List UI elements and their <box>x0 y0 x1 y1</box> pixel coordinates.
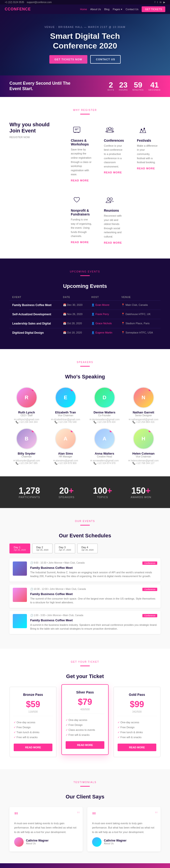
minutes-label: MINUTES <box>132 89 144 91</box>
schedule-items: 🕐 9:00 - 10:30 • John Monroe • Main Club… <box>9 558 161 634</box>
speaker-share-badge[interactable]: ↗ <box>71 429 75 432</box>
topics-number: 100+ <box>93 486 112 496</box>
speaker-avatar: D ↗ <box>94 387 115 408</box>
festivals-readmore[interactable]: READ MORE <box>137 167 155 170</box>
ticket-readmore-button[interactable]: READ MORE <box>117 744 156 751</box>
event-date: 📅 Nov 26, 2020 <box>63 313 82 315</box>
feature-classes: Classes & Workshops Save time by accepti… <box>68 122 95 184</box>
speaker-share-badge[interactable]: ↗ <box>32 388 36 391</box>
col-host: HOST <box>89 294 118 301</box>
conferences-desc: Confece is your best conference to a pro… <box>104 144 125 169</box>
speaker-email: ✉ annawalters@gmail.com <box>88 459 122 462</box>
quote-close: " <box>77 810 80 818</box>
ticket-feature: Free wifi & snacks <box>14 735 53 740</box>
speaker-role: Vice Chairman <box>126 455 161 458</box>
speaker-name: Elizabeth Tran <box>48 411 82 414</box>
event-name: Family Business Coffee Meet <box>12 304 52 307</box>
nav-home[interactable]: Home <box>80 8 87 11</box>
contact-us-button[interactable]: CONTACT US <box>90 55 121 64</box>
nav-blog[interactable]: Blog <box>104 8 109 11</box>
col-venue: VENUE <box>118 294 161 301</box>
twitter-icon[interactable]: t <box>157 1 158 4</box>
speaker-avatar: N ↗ <box>133 387 154 408</box>
reunions-readmore[interactable]: READ MORE <box>104 241 122 244</box>
speakers-section: SPEAKERS Who's Speaking R ↗ Ruth Lynch C… <box>0 349 170 476</box>
speaker-role: Co-Founder <box>88 414 122 417</box>
speaker-avatar: E ↗ <box>55 387 76 408</box>
speaker-share-badge[interactable]: ↗ <box>71 388 75 391</box>
participants-number: 1,278 <box>19 486 40 496</box>
ticket-readmore-button[interactable]: READ MORE <box>14 744 53 751</box>
countdown-days: 2 DAYS <box>108 81 114 91</box>
schedule-badge: Conference <box>142 614 157 617</box>
classes-readmore[interactable]: READ MORE <box>71 179 89 182</box>
speaker-phone: 📞 +1/2 234 878 434 <box>88 421 122 423</box>
speaker-card: H ↗ Helen Coleman Vice Chairman ✉ helenc… <box>126 428 161 465</box>
festivals-title: Festivals <box>137 138 158 143</box>
youtube-icon[interactable]: ▶ <box>163 1 165 4</box>
nav-cta-button[interactable]: GET TICKETS <box>142 6 165 12</box>
ticket-feature: Free wifi & snacks <box>66 733 104 738</box>
testimonial-avatar <box>14 837 24 847</box>
day1-label: Day 1 <box>14 546 26 549</box>
nonprofit-title: Nonprofit & Fundraisers <box>71 209 92 216</box>
nav-pages[interactable]: Pages ▾ <box>113 8 122 11</box>
ticket-price: $79 <box>66 697 104 707</box>
speaker-card: R ↗ Ruth Lynch CEO / Staff ✉ ruthlynch@g… <box>9 387 44 423</box>
day4-date: Apr 28, 2020 <box>81 549 94 551</box>
upcoming-events-section: UPCOMING EVENTS Upcoming Events EVENT DA… <box>0 258 170 349</box>
events-table-body: Family Business Coffee Meet 📅 Dec 30, 20… <box>9 300 161 337</box>
classes-title: Classes & Workshops <box>71 138 92 146</box>
day-tab-4[interactable]: Day 4 Apr 28, 2020 <box>77 544 98 553</box>
schedule-desc: A summit in the business leaders industr… <box>30 623 157 631</box>
ticket-readmore-button[interactable]: READ MORE <box>66 741 104 749</box>
nav-about[interactable]: About Us <box>90 8 101 11</box>
hours-value: 23 <box>119 81 128 89</box>
quote-open: " <box>14 812 78 819</box>
speaker-card: B ↗ Billy Snyder Chairman ✉ billysnyder@… <box>9 428 44 465</box>
day-tab-1[interactable]: Day 1 Apr 25, 2020 <box>9 544 30 553</box>
speakers-number: 20+ <box>59 486 74 496</box>
ticket-slots: 400/500 <box>66 708 104 714</box>
seconds-label: SECONDS <box>148 89 161 91</box>
event-date: 📅 Oct 28, 2020 <box>63 322 82 325</box>
schedule-badge: Conference <box>142 561 157 565</box>
speaker-share-badge[interactable]: ↗ <box>149 429 153 432</box>
main-nav: CCONFENCE Home About Us Blog Pages ▾ Con… <box>0 4 170 14</box>
upcoming-divider <box>80 275 90 276</box>
speaker-email: ✉ nathangarrett@gmail.com <box>126 418 161 421</box>
event-venue: 📍 Dalehouse HTFC, UK <box>122 313 150 315</box>
day-tab-3[interactable]: Day 3 Apr 27, 2020 <box>55 544 75 553</box>
hero-venue: VENUE : BRISBANE HALL — MARCH 21ST @ 10:… <box>44 26 125 28</box>
speaker-email: ✉ helencoleman@gmail.com <box>126 459 161 462</box>
tickets-grid: Bronze Pass $59 118/500 One-day accessFr… <box>9 687 161 757</box>
social-links: f t in ▶ <box>155 1 165 4</box>
speaker-share-badge[interactable]: ↗ <box>110 388 114 391</box>
ticket-card: Silver Pass $79 400/500 One-day accessFr… <box>61 684 109 755</box>
svg-rect-0 <box>73 127 80 132</box>
schedule-image <box>13 614 27 628</box>
col-event: EVENT <box>9 294 60 301</box>
event-host: 👤 Frank Perry <box>91 313 109 315</box>
testimonials-title: Our Client Says <box>9 794 161 800</box>
logo-text: CONFENCE <box>8 7 31 11</box>
facebook-icon[interactable]: f <box>155 1 156 4</box>
day-tab-2[interactable]: Day 2 Apr 26, 2020 <box>32 544 53 553</box>
upcoming-header: UPCOMING EVENTS Upcoming Events <box>9 270 161 289</box>
speaker-share-badge[interactable]: ↗ <box>110 429 114 432</box>
get-tickets-button[interactable]: GET TICKETS NOW <box>49 55 88 64</box>
schedule-item: 🕐 9:00 - 10:30 • John Monroe • Main Club… <box>9 558 161 582</box>
speaker-phone: 📞 +1/2 234 745 548 <box>48 421 82 423</box>
countdown-numbers: 2 DAYS 23 HOURS 59 MINUTES 41 SECONDS <box>108 81 161 91</box>
feature-reunions: Reunions Reconnect with your old and old… <box>102 192 128 247</box>
speaker-share-badge[interactable]: ↗ <box>149 388 153 391</box>
speaker-phone: 📞 +1/2 768 344 127 <box>126 462 161 465</box>
speaker-share-badge[interactable]: ↗ <box>32 429 36 432</box>
table-row: Self-Actualized Development 📅 Nov 26, 20… <box>9 310 161 319</box>
nonprofit-readmore[interactable]: READ MORE <box>71 241 89 244</box>
stat-speakers: 20+ Speakers <box>59 486 74 499</box>
nav-contact[interactable]: Contact Us <box>126 8 138 11</box>
event-venue: 📍 Stadium Place, Paris <box>122 322 149 325</box>
instagram-icon[interactable]: in <box>160 1 162 4</box>
conferences-readmore[interactable]: READ MORE <box>104 171 122 174</box>
